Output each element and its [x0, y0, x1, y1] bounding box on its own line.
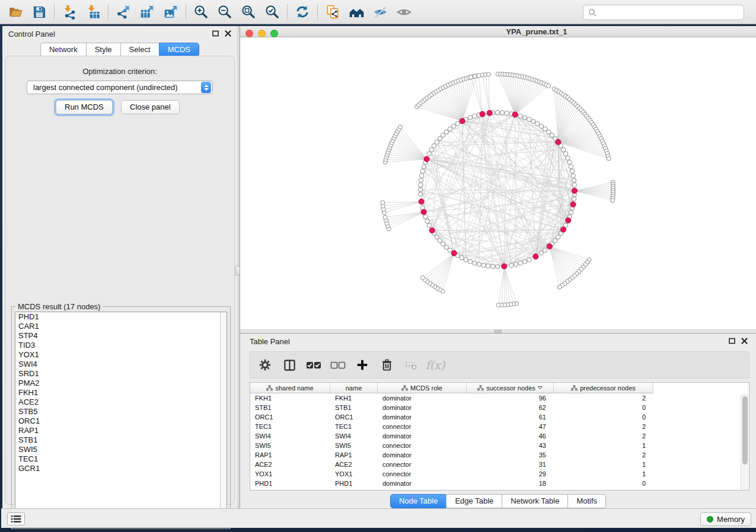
- mcds-result-item[interactable]: STB1: [15, 435, 227, 445]
- show-columns-button[interactable]: [282, 357, 297, 373]
- table-cell[interactable]: RAP1: [250, 450, 330, 460]
- table-row[interactable]: SWI4SWI4dominator462: [250, 431, 749, 441]
- deselect-all-button[interactable]: [330, 357, 346, 373]
- panel-list-button[interactable]: [7, 512, 25, 525]
- duplicate-network-button[interactable]: [321, 2, 344, 22]
- table-row[interactable]: SWI5SWI5connector431: [250, 441, 749, 450]
- table-cell[interactable]: 0: [554, 412, 653, 422]
- table-cell[interactable]: 1: [554, 460, 653, 469]
- hide-selected-button[interactable]: [368, 2, 392, 22]
- column-header-name[interactable]: name: [330, 383, 378, 393]
- export-network-button[interactable]: [111, 2, 135, 22]
- mcds-result-item[interactable]: TID3: [15, 341, 227, 350]
- close-panel-icon[interactable]: [741, 338, 748, 344]
- table-cell[interactable]: 2: [554, 431, 653, 441]
- table-cell[interactable]: ACE2: [330, 460, 378, 469]
- table-cell[interactable]: connector: [378, 460, 467, 469]
- table-cell[interactable]: dominator: [378, 479, 467, 488]
- mcds-result-item[interactable]: YOX1: [15, 350, 227, 360]
- table-settings-button[interactable]: [257, 357, 273, 373]
- network-canvas[interactable]: [240, 37, 756, 329]
- table-cell[interactable]: STB1: [250, 403, 330, 412]
- mcds-result-item[interactable]: SWI5: [15, 445, 227, 454]
- mcds-result-item[interactable]: PHD1: [15, 312, 227, 322]
- mcds-result-item[interactable]: ORC1: [15, 416, 227, 426]
- mcds-result-item[interactable]: TEC1: [15, 454, 227, 464]
- float-panel-icon[interactable]: [212, 30, 219, 37]
- table-cell[interactable]: 2: [554, 422, 653, 431]
- import-network-button[interactable]: [58, 2, 81, 22]
- table-cell[interactable]: SWI4: [250, 431, 330, 441]
- column-header-mcds-role[interactable]: MCDS role: [378, 383, 467, 393]
- mcds-result-item[interactable]: SWI4: [15, 360, 227, 369]
- table-cell[interactable]: SWI5: [330, 441, 378, 450]
- import-table-button[interactable]: [81, 2, 105, 22]
- zoom-selected-button[interactable]: [260, 2, 284, 22]
- open-session-button[interactable]: [4, 2, 27, 22]
- table-cell[interactable]: 46: [467, 431, 554, 441]
- search-field[interactable]: [583, 5, 744, 20]
- table-cell[interactable]: 0: [554, 479, 653, 488]
- network-graph[interactable]: [240, 37, 755, 329]
- table-cell[interactable]: dominator: [378, 412, 467, 422]
- mcds-result-item[interactable]: STP4: [15, 331, 227, 341]
- table-cell[interactable]: TEC1: [330, 422, 378, 431]
- table-tab-network-table[interactable]: Network Table: [502, 494, 568, 508]
- scrollbar-thumb[interactable]: [742, 396, 748, 464]
- float-panel-icon[interactable]: [729, 338, 735, 344]
- table-cell[interactable]: 1: [554, 441, 653, 450]
- mcds-result-item[interactable]: ACE2: [15, 398, 227, 407]
- table-cell[interactable]: 96: [467, 393, 554, 403]
- table-cell[interactable]: RAP1: [330, 450, 378, 460]
- optimization-criterion-select[interactable]: largest connected component (undirected): [27, 81, 213, 94]
- refresh-layout-button[interactable]: [291, 2, 314, 22]
- table-cell[interactable]: dominator: [378, 450, 467, 460]
- table-cell[interactable]: ACE2: [250, 460, 330, 469]
- mcds-result-item[interactable]: CAR1: [15, 322, 227, 331]
- table-cell[interactable]: SWI4: [330, 431, 378, 441]
- table-cell[interactable]: PHD1: [330, 479, 378, 488]
- delete-column-button[interactable]: [379, 357, 394, 373]
- table-cell[interactable]: 35: [467, 450, 554, 460]
- mcds-result-item[interactable]: STB5: [15, 407, 227, 416]
- home-views-button[interactable]: [344, 2, 368, 22]
- table-tab-motifs[interactable]: Motifs: [567, 494, 606, 508]
- mcds-result-item[interactable]: FKH1: [15, 388, 227, 398]
- table-cell[interactable]: 18: [467, 479, 554, 488]
- table-cell[interactable]: YOX1: [330, 469, 378, 479]
- show-all-button[interactable]: [392, 2, 416, 22]
- mcds-result-item[interactable]: SRD1: [15, 369, 227, 379]
- table-cell[interactable]: FKH1: [330, 393, 378, 403]
- column-header-successor-nodes[interactable]: successor nodes: [467, 383, 554, 393]
- mcds-list-scrollbar[interactable]: [220, 312, 227, 525]
- table-tab-edge-table[interactable]: Edge Table: [446, 494, 502, 508]
- table-cell[interactable]: dominator: [378, 431, 467, 441]
- export-table-button[interactable]: [135, 2, 159, 22]
- mcds-result-item[interactable]: GCR1: [15, 464, 227, 473]
- table-cell[interactable]: 47: [467, 422, 554, 431]
- network-window-titlebar[interactable]: YPA_prune.txt_1: [240, 26, 756, 37]
- tab-select[interactable]: Select: [120, 43, 160, 57]
- table-row[interactable]: FKH1FKH1dominator962: [250, 393, 749, 403]
- mcds-result-item[interactable]: PMA2: [15, 379, 227, 388]
- table-cell[interactable]: 2: [554, 393, 653, 403]
- zoom-in-button[interactable]: [189, 2, 213, 22]
- memory-button[interactable]: Memory: [700, 512, 751, 526]
- table-cell[interactable]: dominator: [378, 393, 467, 403]
- table-cell[interactable]: FKH1: [250, 393, 330, 403]
- table-cell[interactable]: ORC1: [250, 412, 330, 422]
- table-row[interactable]: STB1STB1dominator620: [250, 403, 749, 412]
- close-panel-icon[interactable]: [225, 30, 231, 37]
- table-row[interactable]: YOX1YOX1connector291: [250, 469, 749, 479]
- table-scrollbar[interactable]: [741, 394, 748, 490]
- table-row[interactable]: TEC1TEC1connector472: [250, 422, 749, 431]
- table-cell[interactable]: ORC1: [330, 412, 378, 422]
- table-cell[interactable]: 2: [554, 450, 653, 460]
- table-cell[interactable]: SWI5: [250, 441, 330, 450]
- node-table[interactable]: shared namenameMCDS rolesuccessor nodesp…: [250, 382, 749, 491]
- column-header-shared-name[interactable]: shared name: [250, 383, 330, 393]
- table-tab-node-table[interactable]: Node Table: [390, 494, 447, 508]
- search-input[interactable]: [601, 8, 739, 17]
- mcds-result-list[interactable]: PHD1CAR1STP4TID3YOX1SWI4SRD1PMA2FKH1ACE2…: [15, 312, 227, 525]
- table-cell[interactable]: dominator: [378, 403, 467, 412]
